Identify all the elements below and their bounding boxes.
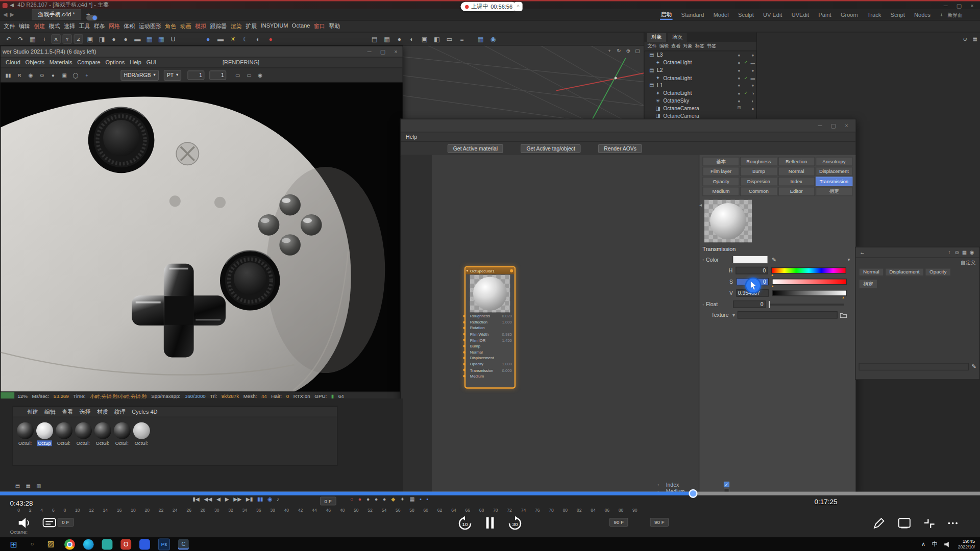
- object-row[interactable]: ☀ OctaneSky ● ◐: [644, 97, 756, 105]
- white-balance-picker-icon[interactable]: +: [82, 70, 92, 80]
- menu-item[interactable]: 动画: [180, 22, 191, 30]
- octane-icon[interactable]: ●: [265, 34, 276, 44]
- viewport-toolbar-icon[interactable]: ◐: [407, 34, 417, 44]
- menu-item[interactable]: 跟踪器: [210, 22, 227, 30]
- visibility-dot[interactable]: ●: [736, 68, 742, 72]
- ne-menu-help[interactable]: Help: [406, 134, 418, 140]
- node-port[interactable]: [463, 345, 465, 347]
- photoshop-icon[interactable]: Ps: [158, 538, 170, 550]
- menu-item[interactable]: 扩展: [246, 22, 257, 30]
- node-property-row[interactable]: Displacement: [465, 355, 514, 361]
- play-button[interactable]: ▶: [225, 496, 229, 502]
- render-view-icon[interactable]: ●: [109, 34, 119, 44]
- hue-slider[interactable]: ▴: [771, 267, 846, 273]
- tray-chevron-icon[interactable]: ∧: [921, 541, 925, 547]
- menu-item[interactable]: Octane: [292, 22, 310, 30]
- close-button[interactable]: ×: [970, 3, 973, 9]
- timeline-end-field2[interactable]: 90 F: [650, 518, 669, 527]
- object-tag-icon[interactable]: ▬: [749, 61, 756, 65]
- film-settings-icon[interactable]: ▭: [233, 70, 243, 80]
- material-thumbnail[interactable]: OctSp: [35, 422, 54, 446]
- object-name[interactable]: OctaneLight: [663, 90, 736, 96]
- chevron-down-icon[interactable]: ▾: [732, 312, 735, 318]
- moon-icon[interactable]: ☾: [240, 34, 251, 44]
- viewer-menu-item[interactable]: Options: [105, 59, 125, 65]
- viewer-menu-item[interactable]: Compare: [77, 59, 100, 65]
- object-picker-icon[interactable]: ▣: [59, 70, 69, 80]
- viewport-toolbar-icon[interactable]: ◧: [432, 34, 442, 44]
- viewport-toolbar-icon[interactable]: ●: [395, 34, 405, 44]
- next-key-button[interactable]: ▶▶: [233, 496, 241, 502]
- viewport-toolbar-icon[interactable]: ◉: [488, 34, 498, 44]
- ne-minimize-button[interactable]: ─: [818, 122, 822, 129]
- visibility-dot[interactable]: ●: [736, 53, 742, 58]
- pause-button[interactable]: [486, 517, 494, 529]
- clapper-icon[interactable]: ▬: [215, 34, 226, 44]
- node-property-row[interactable]: Bump: [465, 343, 514, 349]
- layout-tab[interactable]: 启动: [660, 9, 672, 20]
- volume-icon[interactable]: [17, 517, 32, 529]
- menu-item[interactable]: 样条: [94, 22, 105, 30]
- object-tag-icon[interactable]: ●: [749, 53, 756, 58]
- select-tool-icon[interactable]: ▦: [28, 34, 38, 44]
- om-menu-item[interactable]: 文件: [648, 43, 657, 49]
- rewind-10-icon[interactable]: 10: [457, 516, 472, 531]
- player-progress-handle[interactable]: [689, 489, 697, 498]
- menu-item[interactable]: 工具: [79, 22, 90, 30]
- more-options-icon[interactable]: [948, 522, 958, 524]
- object-tag-icon[interactable]: ●: [749, 68, 756, 72]
- mm-menu-item[interactable]: 选择: [80, 408, 91, 416]
- mm-menu-item[interactable]: 查看: [62, 408, 73, 416]
- node-port[interactable]: [463, 375, 465, 378]
- mm-menu-item[interactable]: 纹理: [114, 408, 126, 416]
- node-property-row[interactable]: Reflection 1.000: [465, 319, 514, 325]
- chevron-down-icon[interactable]: ▾: [847, 257, 850, 262]
- object-row[interactable]: ✦ OctaneLight ● ✓ ▬: [644, 59, 756, 66]
- pencil-icon[interactable]: ✎: [971, 364, 976, 370]
- float-slider[interactable]: [769, 303, 844, 305]
- node-port[interactable]: [463, 315, 465, 317]
- ne-close-button[interactable]: ×: [845, 122, 848, 129]
- enabled-check[interactable]: ✓: [743, 60, 749, 65]
- layout-tab[interactable]: Standard: [680, 10, 704, 19]
- float-field[interactable]: 0: [733, 300, 766, 308]
- viewer-menu-item[interactable]: Objects: [26, 59, 44, 65]
- recorder-collapse-button[interactable]: ^: [514, 2, 523, 11]
- material-channel-tab[interactable]: Editor: [778, 187, 815, 196]
- layout-tab[interactable]: UV Edit: [763, 10, 783, 19]
- focus-picker-icon[interactable]: ◯: [70, 70, 81, 80]
- node-editor-titlebar[interactable]: ─ ▢ ×: [401, 119, 855, 133]
- material-channel-tab[interactable]: 指定: [816, 187, 853, 196]
- keyframe-icon[interactable]: ◆: [391, 496, 395, 502]
- node-property-row[interactable]: Film Width 0.985: [465, 331, 514, 337]
- object-name[interactable]: L2: [657, 67, 736, 73]
- forward-30-icon[interactable]: 30: [507, 516, 522, 531]
- layout-tab[interactable]: +: [939, 10, 944, 19]
- object-name[interactable]: OctaneCamera: [663, 105, 736, 111]
- filter-icon[interactable]: ▦: [971, 35, 979, 43]
- viewport-toolbar-icon[interactable]: ≡: [457, 34, 467, 44]
- play-mode-icon[interactable]: ▮▮: [257, 496, 263, 502]
- visibility-dot[interactable]: ●: [736, 83, 742, 88]
- keyframe-scale-icon[interactable]: ●: [375, 496, 378, 502]
- axis-y-button[interactable]: Y: [62, 34, 71, 43]
- node-port[interactable]: [463, 369, 465, 371]
- object-tag-icon[interactable]: ▬: [749, 76, 756, 80]
- list-view-icon[interactable]: ▤: [14, 482, 21, 490]
- menu-item[interactable]: 模式: [49, 22, 60, 30]
- menu-item[interactable]: 编辑: [19, 22, 30, 30]
- layout-tab[interactable]: UVEdit: [791, 10, 810, 19]
- enabled-check[interactable]: ✓: [743, 91, 749, 96]
- node-property-row[interactable]: Roughness 0.020: [465, 313, 514, 319]
- sun-icon[interactable]: ☀: [228, 34, 238, 44]
- hue-field[interactable]: 0: [736, 267, 768, 274]
- attribute-tab[interactable]: Opacity: [925, 268, 951, 276]
- simulate-icon[interactable]: ●: [203, 34, 213, 44]
- lock-resolution-icon[interactable]: ◉: [26, 70, 36, 80]
- grid-view-icon[interactable]: ▦: [24, 482, 32, 490]
- danmaku-icon[interactable]: [42, 518, 56, 529]
- node-property-row[interactable]: Normal: [465, 349, 514, 355]
- axis-x-button[interactable]: X: [51, 34, 60, 43]
- viewer-menu-item[interactable]: Cloud: [6, 59, 20, 65]
- object-row[interactable]: ◨ OctaneCamera ⊞ ●: [644, 105, 756, 112]
